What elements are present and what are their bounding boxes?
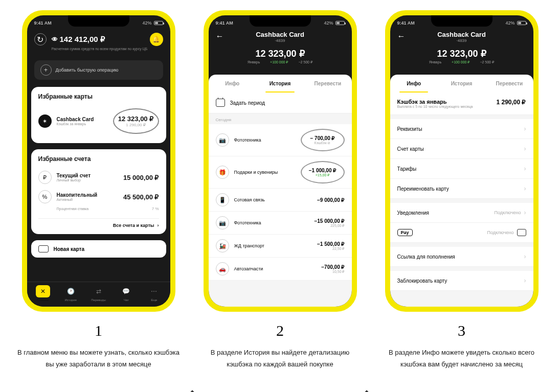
chat-icon: 💬: [119, 285, 133, 297]
tab-info[interactable]: Инфо: [209, 75, 256, 93]
tab-info[interactable]: Инфо: [390, 75, 438, 93]
notch: [431, 15, 492, 27]
transaction-row[interactable]: 📱 Сотовая связь −9 000,00 ₽: [209, 189, 352, 212]
step-caption: В разделе История вы найдете детализацию…: [197, 347, 363, 371]
tab-history[interactable]: История: [256, 75, 304, 93]
refresh-icon[interactable]: ↻: [34, 33, 47, 45]
home-header: ↻ 👁142 412,00 ₽ 🔔 Расчетная сумма средст…: [27, 29, 170, 55]
plus-icon: +: [40, 64, 52, 76]
chevron-right-icon: ›: [524, 253, 526, 260]
nav-home[interactable]: ✕Главная: [29, 285, 57, 302]
battery-icon: [154, 21, 163, 25]
category-icon: 📷: [216, 216, 229, 229]
transfer-icon: ⇄: [92, 285, 106, 297]
card-header: ← Cashback Card ·4839 12 323,00 ₽ Январь…: [209, 29, 352, 70]
row-tariffs[interactable]: Тарифы›: [390, 159, 533, 179]
chevron-right-icon: ›: [524, 209, 526, 216]
separator-icon: [189, 390, 195, 392]
transaction-row[interactable]: 📷 Фототехника −15 000,00 ₽225,00 ₽: [209, 212, 352, 235]
category-icon: 🚗: [216, 262, 229, 275]
nav-history[interactable]: 🕐История: [57, 285, 84, 302]
quick-add-button[interactable]: + Добавить быструю операцию: [34, 60, 163, 80]
home-icon: ✕: [36, 285, 50, 297]
status-time: 9:41 AM: [34, 20, 52, 26]
group-today: Сегодня: [209, 113, 352, 124]
phone-2: 9:41 AM 42% ← Cashback Card ·4839 12 323…: [204, 10, 357, 312]
percent-icon: %: [38, 190, 52, 203]
card-icon: [38, 245, 49, 252]
row-rename[interactable]: Переименовать карту›: [390, 179, 533, 199]
notch: [68, 15, 129, 27]
all-accounts-link[interactable]: Все счета и карты›: [38, 218, 159, 228]
tab-transfer[interactable]: Перевести: [304, 75, 351, 93]
section-fav-accounts: Избранные счета: [38, 155, 159, 163]
account-row-current[interactable]: ₽ Текущий счетЛичный выбор 15 000,00 ₽: [38, 168, 159, 187]
battery-icon: [517, 21, 526, 25]
transaction-row[interactable]: 🚂 ЖД транспорт −1 500,00 ₽22,50 ₽: [209, 235, 352, 258]
category-icon: 🚂: [216, 239, 229, 252]
set-period-button[interactable]: Задать период: [209, 93, 352, 113]
category-icon: 📱: [216, 193, 229, 206]
chevron-right-icon: ›: [524, 185, 526, 192]
tab-transfer[interactable]: Перевести: [485, 75, 533, 93]
bottom-nav: ✕Главная 🕐История ⇄Переводы 💬Чат ⋯Еще: [27, 282, 170, 307]
transaction-row[interactable]: 🚗 Автозапчасти −700,00 ₽10,50 ₽: [209, 258, 352, 281]
card-icon: ✶: [38, 114, 52, 128]
apple-pay-icon: Pay: [397, 229, 413, 236]
transaction-row[interactable]: 🎁 Подарки и сувениры −1 000,00 ₽+15,00 ₽: [209, 156, 352, 189]
tab-bar: Инфо История Перевести: [209, 75, 352, 93]
zoom-highlight: 12 323,00 ₽ 1 290,00 ₽: [113, 108, 159, 134]
separator-icon: [364, 390, 369, 392]
chevron-right-icon: ›: [524, 277, 526, 284]
nav-transfers[interactable]: ⇄Переводы: [84, 285, 112, 302]
nav-chat[interactable]: 💬Чат: [113, 285, 140, 302]
section-fav-cards: Избранные карты: [38, 93, 159, 100]
new-card-button[interactable]: Новая карта: [31, 240, 166, 258]
chevron-right-icon: ›: [524, 145, 526, 152]
battery-icon: [335, 21, 345, 25]
bell-icon[interactable]: 🔔: [150, 33, 163, 46]
chevron-right-icon: ›: [524, 165, 526, 172]
category-icon: 📷: [216, 133, 229, 147]
step-number: 2: [197, 322, 363, 339]
clock-icon: 🕐: [63, 285, 78, 297]
back-button[interactable]: ←: [216, 32, 224, 41]
chip-icon: [517, 229, 526, 236]
row-requisites[interactable]: Реквизиты›: [390, 119, 533, 139]
more-icon: ⋯: [147, 285, 161, 297]
chevron-right-icon: ›: [158, 223, 159, 228]
row-account[interactable]: Счет карты›: [390, 139, 533, 159]
chevron-right-icon: ›: [524, 125, 526, 132]
step-caption: В разделе Инфо можете увидеть сколько вс…: [378, 347, 545, 371]
cashback-summary[interactable]: 1 290,00 ₽ Кэшбэк за январь Выплата с 5 …: [390, 93, 533, 115]
step-number: 3: [378, 322, 545, 339]
tab-bar: Инфо История Перевести: [390, 75, 533, 93]
back-button[interactable]: ←: [397, 32, 406, 41]
card-header: ← Cashback Card ·4839 12 323,00 ₽ Январь…: [390, 29, 533, 70]
step-number: 1: [15, 322, 182, 339]
row-block-card[interactable]: Заблокировать карту›: [390, 271, 533, 291]
card-row-cashback[interactable]: ✶ Cashback CardКэшбэк за январь 12 323,0…: [38, 105, 159, 137]
row-notifications[interactable]: УведомленияПодключено›: [390, 203, 533, 223]
transaction-row[interactable]: 📷 Фототехника − 700,00 ₽Кэшбэк ⊘: [209, 124, 352, 156]
category-icon: 🎁: [216, 166, 229, 179]
phone-3: 9:41 AM 42% ← Cashback Card ·4839 12 323…: [385, 10, 539, 312]
phone-1: 9:41 AM 42% ↻ 👁142 412,00 ₽ 🔔 Расчетная …: [22, 10, 175, 312]
ruble-icon: ₽: [38, 171, 52, 184]
notch: [250, 15, 311, 27]
row-topup-link[interactable]: Ссылка для пополнения›: [390, 247, 533, 267]
row-applepay[interactable]: PayПодключено: [390, 223, 533, 243]
eye-off-icon[interactable]: 👁: [52, 36, 58, 43]
calendar-icon: [216, 99, 225, 107]
account-row-savings[interactable]: % НакопительныйАктивный 45 500,00 ₽: [38, 187, 159, 206]
nav-more[interactable]: ⋯Еще: [140, 285, 168, 302]
tab-history[interactable]: История: [438, 75, 485, 93]
step-caption: В главном меню вы можете узнать, сколько…: [15, 347, 182, 371]
